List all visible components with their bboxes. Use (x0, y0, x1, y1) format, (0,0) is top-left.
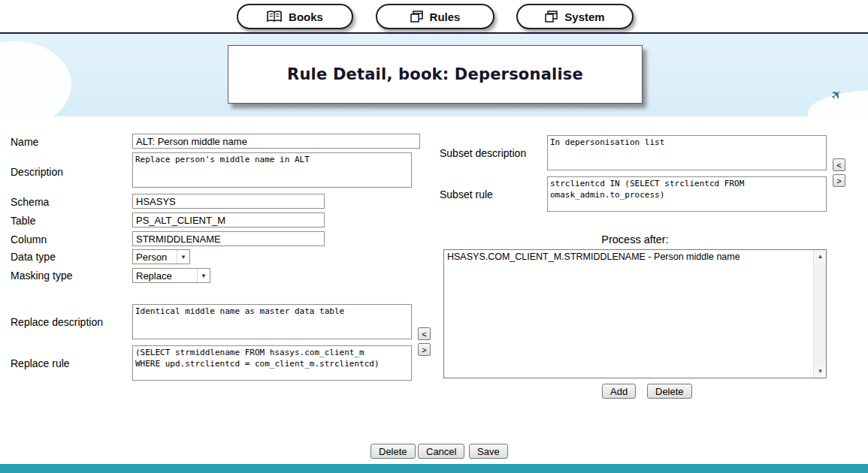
process-after-label: Process after: (443, 233, 827, 246)
nav-rules-button[interactable]: Rules (376, 4, 494, 29)
subset-shuttle-left-button[interactable]: < (833, 158, 845, 171)
replace-rule-label: Replace rule (11, 357, 70, 369)
replace-rule-textarea[interactable]: (SELECT strmiddlename FROM hsasys.com_cl… (132, 345, 412, 381)
process-delete-button[interactable]: Delete (647, 384, 692, 399)
cancel-button[interactable]: Cancel (418, 444, 464, 459)
chevron-down-icon: ▼ (197, 269, 210, 282)
replace-description-label: Replace description (11, 316, 103, 328)
column-label: Column (11, 233, 47, 246)
column-input[interactable] (132, 231, 325, 246)
footer-bar (0, 464, 868, 473)
nav-books-label: Books (289, 11, 323, 23)
masking-type-select[interactable]: Replace ▼ (132, 268, 210, 283)
scroll-down-icon[interactable]: ▼ (814, 365, 827, 378)
rule-detail-form: Name Description Schema Table Column Dat… (0, 116, 868, 464)
window-icon (410, 11, 423, 23)
save-button[interactable]: Save (469, 444, 508, 459)
page-title-box: Rule Detail, book: Depersonalise (228, 45, 643, 104)
subset-description-label: Subset description (440, 147, 526, 159)
scrollbar[interactable]: ▲ ▼ (813, 250, 826, 378)
subset-description-textarea[interactable]: In depersonisation list (547, 135, 827, 170)
data-type-value: Person (136, 252, 167, 263)
replace-shuttle-left-button[interactable]: < (418, 327, 431, 340)
list-item[interactable]: HSASYS.COM_CLIENT_M.STRMIDDLENAME - Pers… (444, 250, 826, 264)
name-input[interactable] (132, 134, 420, 149)
process-add-button[interactable]: Add (602, 384, 636, 399)
delete-button[interactable]: Delete (370, 444, 416, 459)
nav-system-label: System (564, 11, 604, 23)
description-textarea[interactable]: Replace person's middle name in ALT (132, 152, 412, 188)
nav-books-button[interactable]: Books (237, 4, 353, 29)
scroll-up-icon[interactable]: ▲ (814, 250, 827, 263)
subset-rule-textarea[interactable]: strclientcd IN (SELECT strclientcd FROM … (547, 176, 827, 212)
data-type-select[interactable]: Person ▼ (132, 249, 190, 264)
book-icon (267, 11, 282, 23)
app-window: ✈ Books (0, 0, 868, 473)
schema-label: Schema (11, 196, 49, 208)
description-label: Description (11, 166, 63, 178)
masking-type-value: Replace (136, 270, 172, 282)
table-label: Table (11, 215, 35, 227)
nav-system-button[interactable]: System (516, 4, 634, 29)
window-icon (545, 11, 558, 23)
masking-type-label: Masking type (11, 270, 72, 282)
subset-rule-label: Subset rule (440, 188, 493, 200)
schema-input[interactable] (132, 194, 325, 209)
chevron-down-icon: ▼ (177, 250, 189, 264)
process-after-listbox[interactable]: HSASYS.COM_CLIENT_M.STRMIDDLENAME - Pers… (443, 249, 827, 378)
replace-shuttle-right-button[interactable]: > (418, 343, 431, 356)
data-type-label: Data type (11, 251, 56, 263)
top-nav: Books Rules System (0, 0, 868, 34)
table-input[interactable] (132, 212, 325, 227)
nav-rules-label: Rules (430, 11, 461, 23)
page-title: Rule Detail, book: Depersonalise (287, 65, 583, 83)
name-label: Name (11, 136, 38, 148)
replace-description-textarea[interactable]: Identical middle name as master data tab… (132, 304, 412, 339)
subset-shuttle-right-button[interactable]: > (833, 174, 845, 187)
